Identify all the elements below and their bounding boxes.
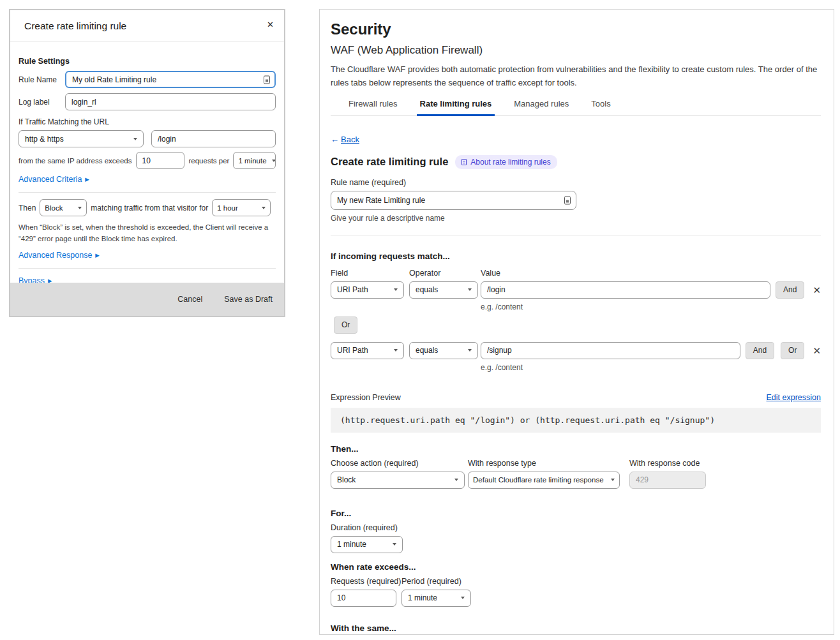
caret-down-icon (262, 207, 266, 209)
ban-duration-select[interactable]: 1 hour (212, 199, 271, 216)
tab-managed-rules[interactable]: Managed rules (513, 98, 569, 115)
page-subtitle: WAF (Web Application Firewall) (331, 44, 821, 57)
threshold-period-select[interactable]: 1 minute (233, 152, 276, 169)
advanced-response-label: Advanced Response (19, 251, 92, 260)
action-select-value: Block (337, 475, 356, 484)
dialog-footer: Cancel Save as Draft (10, 283, 284, 316)
then-action-select[interactable]: Block (40, 199, 87, 216)
response-type-label: With response type (468, 459, 620, 468)
condition-row: URI Path equals e.g. /content And ✕ (331, 281, 821, 311)
divider (331, 235, 821, 235)
autofill-icon (564, 196, 571, 204)
edit-expression-link[interactable]: Edit expression (767, 393, 821, 402)
caret-down-icon (611, 479, 615, 481)
operator-select[interactable]: equals (409, 342, 478, 359)
caret-down-icon (461, 597, 465, 599)
value-hint: e.g. /content (481, 302, 770, 311)
scheme-select[interactable]: http & https (19, 130, 144, 147)
value-column-label: Value (481, 269, 500, 278)
caret-down-icon (394, 349, 398, 352)
duration-label: Duration (required) (331, 523, 821, 532)
divider (19, 192, 276, 193)
matching-traffic-text: matching traffic from that visitor for (91, 204, 208, 212)
log-label-label: Log label (19, 98, 65, 107)
tab-tools[interactable]: Tools (590, 98, 611, 115)
rate-heading: When rate exceeds... (331, 562, 821, 572)
field-select-value: URI Path (337, 285, 368, 294)
advanced-criteria-label: Advanced Criteria (19, 175, 82, 184)
threshold-prefix-text: from the same IP address exceeds (19, 157, 132, 165)
field-select-value: URI Path (337, 346, 368, 355)
traffic-match-label: If Traffic Matching the URL (19, 117, 276, 126)
tab-firewall-rules[interactable]: Firewall rules (348, 98, 398, 115)
advanced-response-link[interactable]: Advanced Response ▶ (19, 251, 100, 260)
caret-down-icon (78, 207, 82, 209)
remove-condition-icon[interactable]: ✕ (813, 281, 821, 299)
choose-action-label: Choose action (required) (331, 459, 465, 468)
caret-down-icon (133, 138, 137, 140)
rule-settings-heading: Rule Settings (19, 57, 276, 66)
rule-name-input[interactable] (65, 71, 276, 88)
back-label: Back (341, 135, 359, 144)
value-input[interactable] (481, 342, 740, 359)
field-select[interactable]: URI Path (331, 342, 404, 359)
period-select[interactable]: 1 minute (401, 590, 471, 607)
duration-select-value: 1 minute (337, 540, 366, 549)
cancel-button[interactable]: Cancel (177, 295, 202, 304)
and-button[interactable]: And (776, 281, 804, 299)
remove-condition-icon[interactable]: ✕ (813, 342, 821, 359)
same-heading: With the same... (331, 623, 821, 633)
response-code-input (629, 472, 706, 489)
caret-down-icon (393, 543, 396, 546)
then-label: Then (19, 204, 36, 212)
tab-rate-limiting-rules[interactable]: Rate limiting rules (419, 98, 493, 115)
requests-input[interactable] (331, 590, 396, 607)
back-arrow-icon: ← (331, 135, 339, 144)
or-button[interactable]: Or (334, 316, 357, 334)
dialog-title: Create rate limiting rule (24, 20, 126, 32)
response-code-label: With response code (629, 459, 706, 468)
caret-down-icon (468, 288, 472, 291)
log-label-input[interactable] (65, 93, 276, 110)
caret-down-icon (394, 288, 398, 291)
for-heading: For... (331, 509, 821, 518)
field-column-label: Field (331, 269, 409, 278)
condition-row: URI Path equals e.g. /content And Or ✕ (331, 342, 821, 372)
back-link[interactable]: ← Back (331, 135, 359, 144)
expression-preview-label: Expression Preview (331, 393, 401, 402)
create-rate-limiting-rule-dialog: Create rate limiting rule ✕ Rule Setting… (9, 9, 285, 317)
operator-select-value: equals (416, 285, 438, 294)
ban-duration-value: 1 hour (217, 204, 238, 212)
response-type-select[interactable]: Default Cloudflare rate limiting respons… (468, 472, 620, 489)
chevron-right-icon: ▶ (85, 177, 89, 182)
close-icon[interactable]: ✕ (267, 20, 274, 29)
value-input[interactable] (481, 281, 770, 299)
scheme-select-value: http & https (25, 135, 64, 144)
operator-select[interactable]: equals (409, 281, 478, 299)
dialog-body: Rule Settings Rule Name Log label If Tra… (10, 41, 284, 285)
action-select[interactable]: Block (331, 472, 465, 489)
about-rate-limiting-rules-badge[interactable]: About rate limiting rules (455, 155, 557, 169)
rule-name-label: Rule name (required) (331, 178, 821, 187)
duration-select[interactable]: 1 minute (331, 536, 403, 553)
period-label: Period (required) (401, 577, 461, 586)
operator-column-label: Operator (409, 269, 481, 278)
and-button[interactable]: And (746, 342, 774, 359)
document-icon (461, 159, 467, 165)
threshold-period-value: 1 minute (238, 157, 266, 165)
or-button[interactable]: Or (781, 342, 804, 359)
threshold-requests-input[interactable] (136, 152, 184, 169)
rule-name-input[interactable] (331, 191, 576, 210)
response-type-select-value: Default Cloudflare rate limiting respons… (473, 476, 604, 484)
block-note-text: When “Block” is set, when the threshold … (19, 221, 274, 245)
url-input[interactable] (151, 130, 276, 147)
save-as-draft-button[interactable]: Save as Draft (224, 295, 273, 304)
waf-tabs: Firewall rules Rate limiting rules Manag… (331, 98, 821, 115)
advanced-criteria-link[interactable]: Advanced Criteria ▶ (19, 175, 89, 184)
period-select-value: 1 minute (408, 593, 437, 602)
expression-preview-code: (http.request.uri.path eq "/login") or (… (331, 408, 821, 433)
field-select[interactable]: URI Path (331, 281, 404, 299)
rule-name-help: Give your rule a descriptive name (331, 214, 821, 223)
autofill-icon (264, 75, 270, 84)
about-badge-label: About rate limiting rules (470, 158, 550, 167)
